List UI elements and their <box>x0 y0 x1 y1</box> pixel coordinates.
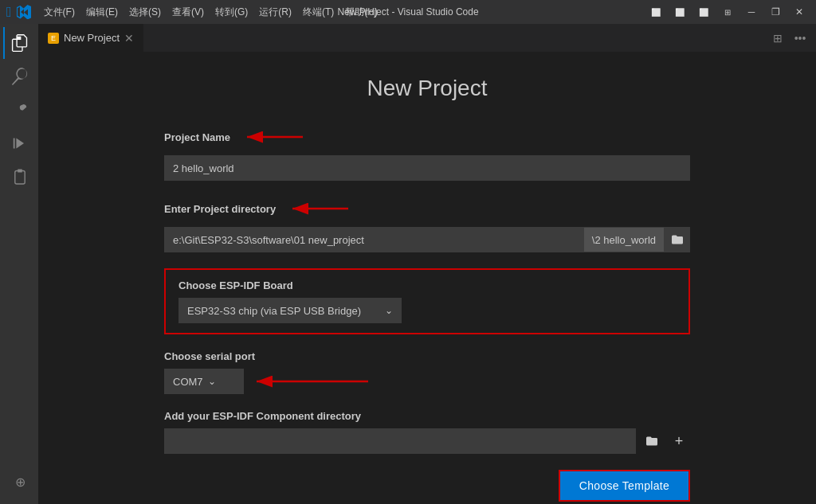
menu-select[interactable]: 选择(S) <box>124 4 166 21</box>
form-container: Project Name <box>164 125 690 504</box>
serial-dropdown-arrow: ⌄ <box>208 376 216 387</box>
activity-broadcast[interactable]: ⊕ <box>3 466 35 498</box>
project-directory-section: Enter Project directory <box>164 197 690 252</box>
layout-toggle-3[interactable]: ⬜ <box>693 4 714 20</box>
window-title: New Project - Visual Studio Code <box>337 6 478 18</box>
project-name-input[interactable] <box>164 155 690 181</box>
tab-new-project[interactable]: E New Project ✕ <box>38 24 144 52</box>
editor-area: New Project Project Name <box>38 52 816 504</box>
folder-icon <box>671 233 684 246</box>
restore-button[interactable]: ❐ <box>765 4 786 20</box>
menu-terminal[interactable]: 终端(T) <box>298 4 339 21</box>
serial-port-section: Choose serial port COM7 ⌄ <box>164 350 690 394</box>
board-dropdown[interactable]: ESP32-S3 chip (via ESP USB Bridge) ⌄ <box>178 298 402 323</box>
content-area: E New Project ✕ ⊞ ••• New Project Projec… <box>38 24 816 504</box>
title-bar:  文件(F) 编辑(E) 选择(S) 查看(V) 转到(G) 运行(R) 终端… <box>0 0 816 24</box>
serial-row: COM7 ⌄ <box>164 369 690 394</box>
tab-label: New Project <box>64 32 120 44</box>
component-input[interactable] <box>164 428 636 454</box>
component-row: + <box>164 428 690 454</box>
titlebar-left:  文件(F) 编辑(E) 选择(S) 查看(V) 转到(G) 运行(R) 终端… <box>6 4 382 21</box>
bottom-row: Choose Template <box>164 470 690 504</box>
serial-value: COM7 <box>173 376 203 388</box>
activity-extensions[interactable] <box>3 161 35 193</box>
directory-label: Enter Project directory <box>164 197 690 221</box>
window-controls: ⬜ ⬜ ⬜ ⊞ ─ ❐ ✕ <box>645 4 810 20</box>
choose-template-button[interactable]: Choose Template <box>559 470 690 502</box>
project-name-section: Project Name <box>164 125 690 181</box>
board-dropdown-arrow: ⌄ <box>385 305 393 316</box>
board-label: Choose ESP-IDF Board <box>178 279 676 291</box>
tab-close-button[interactable]: ✕ <box>124 32 134 45</box>
page-title: New Project <box>102 76 752 101</box>
layout-toggle-1[interactable]: ⬜ <box>645 4 666 20</box>
board-dropdown-row: ESP32-S3 chip (via ESP USB Bridge) ⌄ <box>178 298 676 323</box>
component-label: Add your ESP-IDF Component directory <box>164 410 690 422</box>
board-dropdown-value: ESP32-S3 chip (via ESP USB Bridge) <box>187 305 361 317</box>
directory-suffix: \2 hello_world <box>584 227 665 252</box>
layout-toggle-2[interactable]: ⬜ <box>669 4 690 20</box>
directory-row: \2 hello_world <box>164 227 690 252</box>
activity-source-control[interactable] <box>3 94 35 126</box>
menu-goto[interactable]: 转到(G) <box>210 4 253 21</box>
tab-bar: E New Project ✕ ⊞ ••• <box>38 24 816 52</box>
menu-view[interactable]: 查看(V) <box>167 4 209 21</box>
project-name-label: Project Name <box>164 125 690 149</box>
component-directory-section: Add your ESP-IDF Component directory + <box>164 410 690 454</box>
folder-icon-2 <box>645 435 658 447</box>
activity-search[interactable] <box>3 61 35 92</box>
layout-toggle-4[interactable]: ⊞ <box>717 4 738 20</box>
split-editor-icon[interactable]: ⊞ <box>768 29 787 48</box>
activity-explorer[interactable] <box>3 27 35 59</box>
tab-esp-icon: E <box>48 33 59 44</box>
menu-edit[interactable]: 编辑(E) <box>81 4 123 21</box>
vscode-logo-icon <box>17 5 31 19</box>
project-name-arrow <box>243 125 307 149</box>
tab-bar-left: E New Project ✕ <box>38 24 144 52</box>
menu-run[interactable]: 运行(R) <box>254 4 296 21</box>
plus-icon: + <box>675 434 684 448</box>
directory-browse-button[interactable] <box>665 227 690 252</box>
minimize-button[interactable]: ─ <box>741 4 762 20</box>
serial-arrow <box>249 369 376 393</box>
component-add-button[interactable]: + <box>668 430 690 452</box>
directory-arrow <box>288 197 352 221</box>
activity-bar: ⊕ <box>0 24 38 504</box>
more-actions-icon[interactable]: ••• <box>790 29 810 48</box>
serial-dropdown[interactable]: COM7 ⌄ <box>164 369 244 394</box>
vscode-logo:  <box>6 4 12 21</box>
serial-label: Choose serial port <box>164 350 690 362</box>
titlebar-menu: 文件(F) 编辑(E) 选择(S) 查看(V) 转到(G) 运行(R) 终端(T… <box>39 4 382 21</box>
tab-bar-right: ⊞ ••• <box>768 29 816 48</box>
component-browse-button[interactable] <box>641 430 663 452</box>
main-layout: ⊕ E New Project ✕ ⊞ ••• New Project <box>0 24 816 504</box>
board-section: Choose ESP-IDF Board ESP32-S3 chip (via … <box>164 268 690 334</box>
close-button[interactable]: ✕ <box>789 4 810 20</box>
directory-input[interactable] <box>164 227 584 252</box>
activity-run[interactable] <box>3 127 35 159</box>
menu-file[interactable]: 文件(F) <box>39 4 80 21</box>
activity-bar-bottom: ⊕ <box>3 466 35 504</box>
